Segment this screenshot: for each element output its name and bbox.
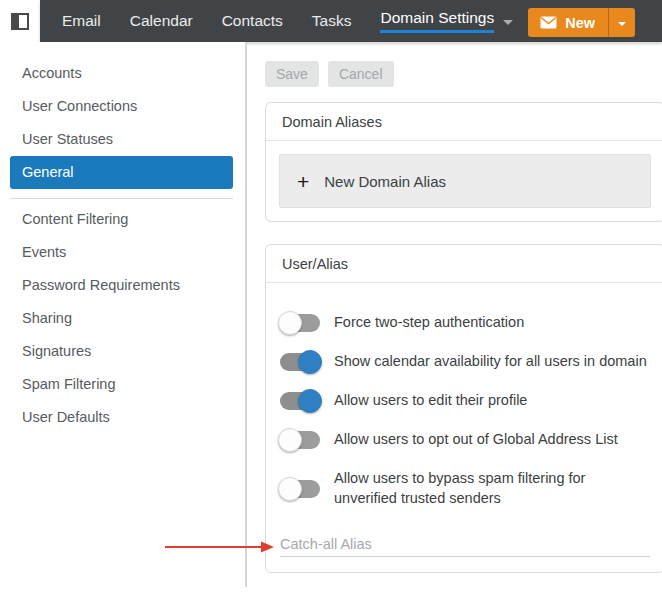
red-annotation-arrow bbox=[158, 539, 280, 555]
top-bar: Email Calendar Contacts Tasks Domain Set… bbox=[0, 0, 662, 42]
catch-all-alias-label: Catch-all Alias bbox=[280, 536, 650, 552]
nav-item-contacts[interactable]: Contacts bbox=[222, 12, 283, 30]
force-two-step-toggle[interactable] bbox=[280, 313, 320, 333]
sidebar-divider bbox=[10, 198, 233, 199]
gal-opt-out-toggle[interactable] bbox=[280, 430, 320, 450]
sidebar-item-general[interactable]: General bbox=[10, 156, 233, 189]
domain-aliases-card-title: Domain Aliases bbox=[266, 103, 662, 141]
envelope-icon bbox=[540, 16, 557, 29]
toggle-row-bypass-spam: Allow users to bypass spam filtering for… bbox=[280, 469, 650, 508]
user-alias-card-title: User/Alias bbox=[266, 245, 662, 283]
nav-item-calendar[interactable]: Calendar bbox=[130, 12, 193, 30]
top-nav: Email Calendar Contacts Tasks Domain Set… bbox=[40, 0, 662, 42]
sidebar-item-user-connections[interactable]: User Connections bbox=[0, 90, 246, 123]
sidebar-item-events[interactable]: Events bbox=[0, 236, 246, 269]
panel-toggle-icon[interactable] bbox=[11, 13, 29, 30]
plus-icon: + bbox=[297, 171, 309, 192]
save-button[interactable]: Save bbox=[265, 61, 319, 87]
toggle-label: Allow users to bypass spam filtering for… bbox=[334, 469, 650, 508]
new-button-label: New bbox=[565, 15, 595, 31]
nav-item-tasks[interactable]: Tasks bbox=[312, 12, 352, 30]
new-domain-alias-button[interactable]: + New Domain Alias bbox=[279, 154, 651, 208]
main-content: Save Cancel Domain Aliases + New Domain … bbox=[265, 42, 662, 573]
toggle-label: Show calendar availability for all users… bbox=[334, 352, 647, 372]
bypass-spam-toggle[interactable] bbox=[280, 479, 320, 499]
calendar-availability-toggle[interactable] bbox=[280, 352, 320, 372]
nav-item-domain-settings-label: Domain Settings bbox=[380, 9, 494, 33]
catch-all-alias-field[interactable]: Catch-all Alias bbox=[280, 536, 650, 557]
sidebar-item-spam-filtering[interactable]: Spam Filtering bbox=[0, 368, 246, 401]
toggle-label: Allow users to edit their profile bbox=[334, 391, 527, 411]
chevron-down-icon bbox=[618, 22, 626, 26]
toggle-row-gal-opt-out: Allow users to opt out of Global Address… bbox=[280, 430, 650, 450]
toggle-row-calendar-availability: Show calendar availability for all users… bbox=[280, 352, 650, 372]
new-button-main[interactable]: New bbox=[528, 8, 608, 37]
edit-profile-toggle[interactable] bbox=[280, 391, 320, 411]
sidebar-item-user-statuses[interactable]: User Statuses bbox=[0, 123, 246, 156]
settings-sidebar: Accounts User Connections User Statuses … bbox=[0, 42, 246, 434]
new-button[interactable]: New bbox=[528, 8, 635, 37]
toggle-label: Allow users to opt out of Global Address… bbox=[334, 430, 618, 450]
sidebar-toggle[interactable] bbox=[0, 0, 40, 42]
catch-all-alias-underline bbox=[280, 556, 650, 557]
sidebar-item-signatures[interactable]: Signatures bbox=[0, 335, 246, 368]
nav-item-domain-settings[interactable]: Domain Settings bbox=[380, 9, 513, 33]
sidebar-item-password-requirements[interactable]: Password Requirements bbox=[0, 269, 246, 302]
sidebar-item-content-filtering[interactable]: Content Filtering bbox=[0, 203, 246, 236]
new-domain-alias-label: New Domain Alias bbox=[324, 173, 446, 190]
toggle-row-force-two-step: Force two-step authentication bbox=[280, 313, 650, 333]
sidebar-item-sharing[interactable]: Sharing bbox=[0, 302, 246, 335]
sidebar-content-divider bbox=[245, 42, 247, 587]
toggle-row-edit-profile: Allow users to edit their profile bbox=[280, 391, 650, 411]
chevron-down-icon bbox=[503, 20, 513, 25]
nav-item-email[interactable]: Email bbox=[62, 12, 101, 30]
sidebar-item-user-defaults[interactable]: User Defaults bbox=[0, 401, 246, 434]
domain-aliases-card: Domain Aliases + New Domain Alias bbox=[265, 102, 662, 222]
sidebar-item-accounts[interactable]: Accounts bbox=[0, 57, 246, 90]
new-button-dropdown[interactable] bbox=[608, 8, 635, 37]
user-alias-card: User/Alias Force two-step authentication… bbox=[265, 244, 662, 573]
toggle-label: Force two-step authentication bbox=[334, 313, 524, 333]
action-buttons: Save Cancel bbox=[265, 61, 662, 87]
cancel-button[interactable]: Cancel bbox=[328, 61, 394, 87]
